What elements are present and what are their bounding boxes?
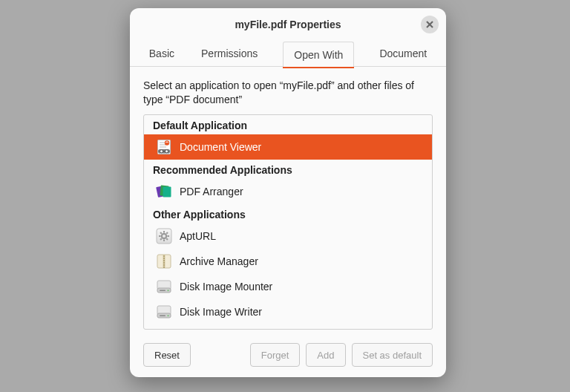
properties-dialog: myFile.pdf Properties Basic Permissions …: [130, 8, 446, 377]
app-label: Disk Image Writer: [180, 306, 262, 318]
application-list: Default Application: [143, 114, 433, 330]
app-apturl[interactable]: AptURL: [144, 223, 432, 249]
tabs: Basic Permissions Open With Document: [130, 41, 446, 67]
dialog-footer: Reset Forget Add Set as default: [130, 336, 446, 377]
set-default-button[interactable]: Set as default: [352, 343, 433, 367]
disk-icon: [156, 304, 172, 320]
app-label: PDF Arranger: [180, 186, 243, 197]
section-default-header: Default Application: [144, 115, 432, 134]
svg-line-19: [160, 238, 162, 240]
svg-rect-29: [160, 315, 166, 316]
pdf-arranger-icon: [156, 183, 172, 200]
app-label: Document Viewer: [180, 141, 261, 153]
svg-point-26: [168, 290, 169, 291]
app-disk-image-writer[interactable]: Disk Image Writer: [144, 299, 432, 324]
svg-point-6: [166, 150, 168, 153]
disk-icon: [156, 278, 172, 295]
document-viewer-icon: [156, 139, 172, 155]
app-archive-manager[interactable]: Archive Manager: [144, 249, 432, 274]
app-label: AptURL: [180, 230, 216, 242]
app-document-viewer[interactable]: Document Viewer: [144, 134, 432, 160]
prompt-text: Select an application to open “myFile.pd…: [143, 79, 433, 107]
gear-icon: [156, 228, 172, 244]
app-label: Archive Manager: [180, 255, 258, 267]
archive-icon: [156, 253, 172, 270]
tab-content: Select an application to open “myFile.pd…: [130, 67, 446, 336]
svg-rect-10: [163, 186, 171, 197]
tab-permissions[interactable]: Permissions: [200, 41, 259, 66]
close-icon: [426, 21, 433, 28]
section-recommended-header: Recommended Applications: [144, 160, 432, 179]
svg-point-5: [160, 150, 163, 153]
dialog-title: myFile.pdf Properties: [235, 19, 341, 30]
tab-open-with[interactable]: Open With: [283, 42, 354, 68]
tab-basic[interactable]: Basic: [148, 41, 176, 66]
svg-point-3: [165, 140, 169, 145]
svg-line-17: [160, 232, 162, 234]
svg-line-18: [166, 232, 168, 234]
svg-rect-25: [160, 290, 166, 290]
section-other-header: Other Applications: [144, 204, 432, 223]
forget-button[interactable]: Forget: [250, 343, 301, 367]
svg-point-30: [168, 315, 169, 316]
add-button[interactable]: Add: [306, 343, 345, 367]
close-button[interactable]: [421, 16, 439, 33]
reset-button[interactable]: Reset: [143, 343, 191, 367]
app-label: Disk Image Mounter: [180, 281, 272, 293]
tab-document[interactable]: Document: [378, 41, 428, 66]
titlebar: myFile.pdf Properties: [130, 8, 446, 41]
app-disk-image-mounter[interactable]: Disk Image Mounter: [144, 274, 432, 299]
app-pdf-arranger[interactable]: PDF Arranger: [144, 179, 432, 204]
svg-line-20: [166, 238, 168, 240]
